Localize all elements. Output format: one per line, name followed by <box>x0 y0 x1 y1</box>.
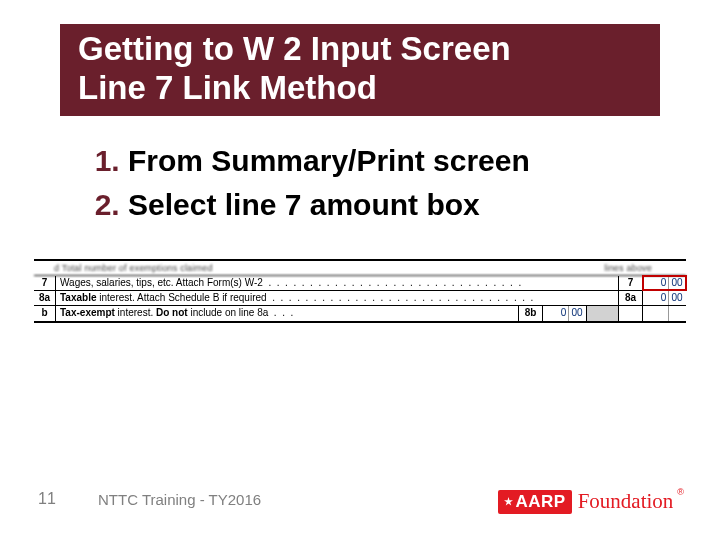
line-8a-description: Taxable interest. Attach Schedule B if r… <box>56 291 618 305</box>
star-icon <box>504 497 513 506</box>
form-line-8b: b Tax-exempt interest. Do not include on… <box>34 306 686 321</box>
aarp-foundation-logo: AARP Foundation ® <box>498 489 684 514</box>
form-blur-row: d Total number of exemptions claimed lin… <box>34 261 686 276</box>
leader-dots: . . . . . . . . . . . . . . . . . . . . … <box>267 292 534 303</box>
line-8b-number-left: b <box>34 306 56 321</box>
line-8a-amount-box[interactable]: 0 00 <box>642 291 686 305</box>
aarp-logo-box: AARP <box>498 490 572 514</box>
line-7-number-left: 7 <box>34 276 56 290</box>
foundation-text: Foundation <box>578 489 674 514</box>
footer-text: NTTC Training - TY2016 <box>98 491 261 508</box>
line-8b-number-right-empty <box>618 306 642 321</box>
line-7-number-right: 7 <box>618 276 642 290</box>
registered-mark: ® <box>677 487 684 497</box>
svg-marker-0 <box>504 497 513 506</box>
form-1040-snippet: d Total number of exemptions claimed lin… <box>34 259 686 323</box>
form-line-8a: 8a Taxable interest. Attach Schedule B i… <box>34 291 686 306</box>
line-8a-amount-cents: 00 <box>668 291 686 305</box>
line-8b-box-label: 8b <box>518 306 542 321</box>
title-line-2: Line 7 Link Method <box>78 69 377 106</box>
aarp-text: AARP <box>516 492 566 512</box>
line-7-amount-dollars: 0 <box>643 276 668 290</box>
line-8a-amount-dollars: 0 <box>643 291 668 305</box>
blur-text-left: d Total number of exemptions claimed <box>54 263 213 273</box>
blur-text-right: lines above <box>604 263 652 273</box>
title-line-1: Getting to W 2 Input Screen <box>78 30 511 67</box>
line-8b-amount-box[interactable]: 0 00 <box>542 306 586 321</box>
slide-number: 11 <box>38 490 56 508</box>
slide-title: Getting to W 2 Input Screen Line 7 Link … <box>60 24 660 116</box>
step-1: From Summary/Print screen <box>128 142 660 180</box>
line-8b-right-empty <box>642 306 686 321</box>
step-2: Select line 7 amount box <box>128 186 660 224</box>
line-8a-number-right: 8a <box>618 291 642 305</box>
form-line-7: 7 Wages, salaries, tips, etc. Attach For… <box>34 276 686 291</box>
line-7-description: Wages, salaries, tips, etc. Attach Form(… <box>56 276 618 290</box>
gray-block <box>586 306 618 321</box>
line-8b-description: Tax-exempt interest. Do not include on l… <box>56 306 518 321</box>
leader-dots: . . . <box>268 307 293 318</box>
line-7-amount-box[interactable]: 0 00 <box>642 276 686 290</box>
leader-dots: . . . . . . . . . . . . . . . . . . . . … <box>263 277 521 288</box>
line-8b-amount-cents: 00 <box>568 306 586 321</box>
slide-footer: 11 NTTC Training - TY2016 AARP Foundatio… <box>0 476 720 512</box>
line-8a-number-left: 8a <box>34 291 56 305</box>
instruction-list: From Summary/Print screen Select line 7 … <box>92 142 660 225</box>
line-8b-amount-dollars: 0 <box>543 306 568 321</box>
line-7-amount-cents: 00 <box>668 276 686 290</box>
